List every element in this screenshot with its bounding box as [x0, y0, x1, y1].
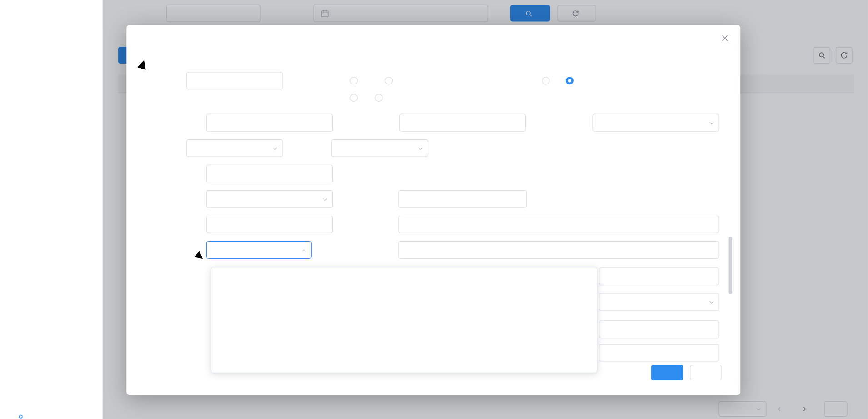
confirm-button[interactable]	[651, 365, 683, 380]
active-flag-radio-group	[542, 72, 577, 89]
unit-address-input[interactable]	[398, 216, 719, 233]
radio-icon	[542, 77, 549, 84]
cascader-panel	[211, 267, 598, 373]
radio-female[interactable]	[385, 77, 397, 84]
gender-code-select[interactable]	[331, 139, 429, 157]
radio-unspecified-gender[interactable]	[350, 94, 362, 102]
education-select[interactable]	[186, 139, 283, 157]
guardian-phone-input[interactable]	[599, 344, 719, 361]
radio-male[interactable]	[350, 77, 362, 84]
chevron-down-icon	[708, 120, 715, 127]
chevron-up-icon	[300, 247, 307, 254]
household-detail-input[interactable]	[599, 267, 719, 285]
gender-label	[290, 72, 292, 89]
id-number-input[interactable]	[399, 114, 526, 132]
modal-scrollbar[interactable]	[729, 237, 732, 294]
user-icon	[17, 414, 25, 419]
current-address-cascader[interactable]	[206, 241, 312, 259]
close-icon[interactable]	[720, 34, 729, 42]
work-unit-input[interactable]	[206, 216, 333, 233]
contact-label	[143, 114, 145, 132]
radio-no[interactable]	[542, 77, 554, 84]
radio-unknown-gender[interactable]	[375, 94, 387, 102]
radio-icon	[350, 94, 358, 102]
chevron-down-icon	[322, 196, 329, 203]
postal-code-input[interactable]	[398, 190, 527, 208]
gender-radio-group	[350, 72, 397, 89]
ethnicity-select[interactable]	[592, 114, 719, 132]
radio-icon	[375, 94, 383, 102]
cancel-button[interactable]	[690, 365, 722, 380]
add-patient-dialog	[126, 25, 740, 395]
id-number-label	[338, 114, 340, 132]
chevron-down-icon	[272, 145, 279, 152]
radio-icon	[350, 77, 358, 84]
name-label	[143, 72, 145, 89]
detail-address-input[interactable]	[398, 241, 719, 259]
sidebar	[0, 0, 103, 419]
occupation-select[interactable]	[206, 190, 333, 208]
gender-code-label	[290, 139, 292, 157]
radio-checked-icon	[566, 77, 574, 84]
name-input[interactable]	[186, 72, 283, 89]
marital-right-input[interactable]	[599, 320, 719, 338]
radio-icon	[385, 77, 393, 84]
app-root	[0, 0, 868, 419]
chevron-down-icon	[417, 145, 424, 152]
patient-source-select[interactable]	[599, 293, 719, 311]
radio-yes[interactable]	[566, 77, 578, 84]
contact-input[interactable]	[206, 114, 333, 132]
chevron-down-icon	[708, 299, 715, 306]
sidebar-item-patient-list[interactable]	[0, 407, 102, 419]
visit-card-input[interactable]	[206, 165, 333, 182]
gender-radio-group-line2	[350, 89, 387, 107]
